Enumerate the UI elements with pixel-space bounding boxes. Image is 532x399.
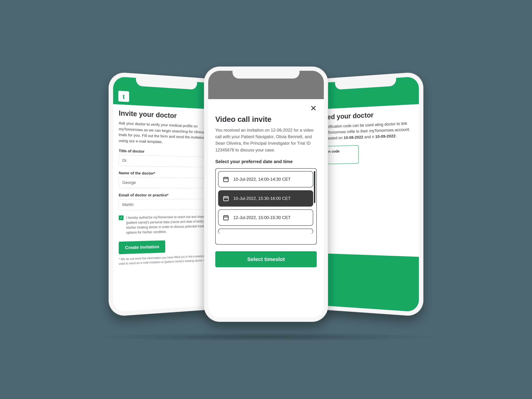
label-doctor-name: Name of the doctor* (119, 171, 213, 176)
consent-checkbox[interactable]: ✓ (119, 215, 123, 220)
label-doctor-email: Email of doctor or practice* (119, 193, 213, 197)
svg-rect-1 (224, 196, 228, 201)
sheet-intro: You received an invitation on 12-06-2022… (215, 127, 317, 153)
select-timeslot-button[interactable]: Select timeslot (215, 251, 317, 267)
scrollbar[interactable] (314, 171, 315, 203)
footer: ows atement atement (314, 253, 419, 312)
fineprint: * We do not store the information you ha… (119, 254, 213, 266)
footer-link[interactable]: atement (314, 272, 419, 282)
page-title: invited your doctor (314, 109, 413, 121)
svg-rect-0 (224, 177, 228, 182)
phone-video-call-invite: ✕ Video call invite You received an invi… (204, 66, 328, 322)
footer-link[interactable]: atement (314, 283, 419, 294)
bottom-sheet: ✕ Video call invite You received an invi… (208, 99, 324, 318)
calendar-icon (223, 214, 229, 221)
timeslot-list[interactable]: 10-Jul-2022, 14:00-14:30 CET 10-Jul-2022… (215, 168, 317, 245)
calendar-icon (223, 195, 229, 202)
close-icon[interactable]: ✕ (310, 104, 317, 112)
create-invitation-button[interactable]: Create invitation (119, 241, 165, 254)
intro-text: que identification code can be used atin… (314, 120, 413, 141)
input-doctor-title[interactable] (119, 155, 213, 167)
label-doctor-title: Title of doctor (119, 149, 213, 155)
page-title: Invite your doctor (119, 109, 213, 121)
input-doctor-email[interactable] (119, 199, 213, 210)
timeslot-option-peek[interactable] (218, 228, 313, 234)
timeslot-option[interactable]: 12-Jul-2022, 15:00-15:30 CET (218, 209, 313, 226)
timeslot-option[interactable]: 10-Jul-2022, 14:00-14:30 CET (218, 171, 313, 187)
intro-text: Ask your doctor to verify your medical p… (119, 120, 213, 146)
calendar-icon (223, 176, 229, 183)
footer-link[interactable]: ows (314, 261, 419, 270)
timeslot-option-selected[interactable]: 10-Jul-2022, 15:30-16:00 CET (218, 190, 313, 207)
timeslot-label: Select your preferred date and time (215, 159, 317, 165)
consent-text: I hereby authorize myTomorrows to reach … (126, 214, 213, 235)
input-doctor-name[interactable] (119, 177, 213, 188)
sheet-title: Video call invite (215, 115, 317, 124)
svg-rect-2 (224, 216, 228, 220)
logo-icon: t (118, 91, 129, 102)
